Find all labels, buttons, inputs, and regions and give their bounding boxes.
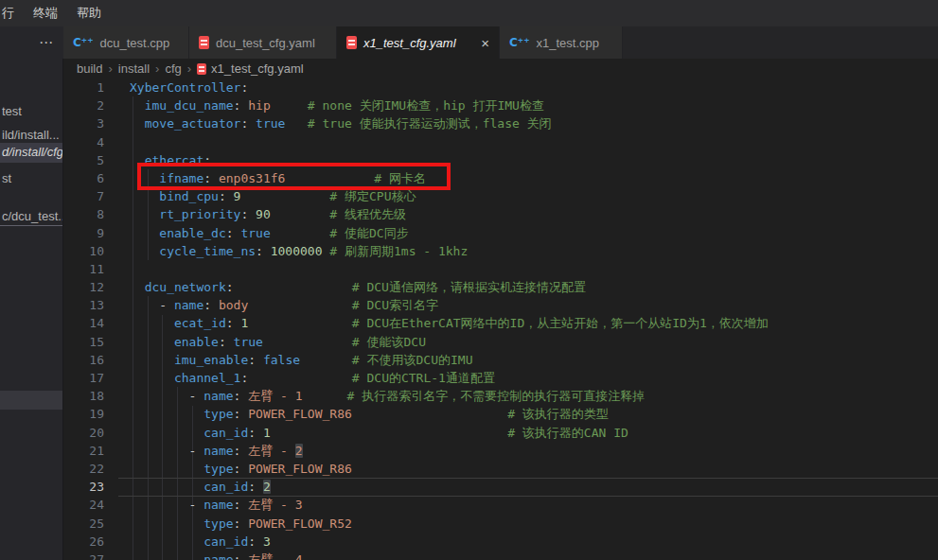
- code-line-text[interactable]: - name: 左臂 - 3: [104, 496, 938, 514]
- code-token: type: [204, 462, 233, 476]
- code-token: -: [130, 298, 174, 312]
- code-line-text[interactable]: [104, 260, 938, 278]
- code-token: ethercat: [145, 153, 204, 167]
- line-number: 17: [63, 369, 104, 387]
- list-item[interactable]: ild/install...: [0, 126, 63, 145]
- code-line-text[interactable]: type: POWER_FLOW_R52: [104, 515, 938, 533]
- code-line-text[interactable]: channel_1: # DCU的CTRL-1通道配置: [104, 369, 938, 387]
- line-number: 26: [63, 533, 104, 551]
- code-token: # DCU在EtherCAT网络中的ID，从主站开始，第一个从站ID为1，依次增…: [352, 316, 769, 330]
- code-line-text[interactable]: can_id: 1 # 该执行器的CAN ID: [104, 424, 938, 442]
- code-line-text[interactable]: imu_dcu_name: hip # none 关闭IMU检查，hip 打开I…: [104, 96, 938, 114]
- code-token: # DCU索引名字: [352, 298, 438, 312]
- code-token: :: [234, 444, 249, 458]
- side-panel: testild/install...d/install/cfgstc/dcu_t…: [0, 59, 63, 560]
- vscode-window: 行终端帮助 ⋯ C⁺⁺dcu_test.cppdcu_test_cfg.yaml…: [0, 0, 938, 560]
- line-number: 11: [63, 260, 104, 278]
- code-token: [352, 407, 507, 421]
- editor[interactable]: 1XyberController:2 imu_dcu_name: hip # n…: [63, 79, 938, 560]
- cpp-file-icon: C⁺⁺: [509, 36, 529, 49]
- code-token: # 该执行器的类型: [507, 407, 609, 421]
- code-line-text[interactable]: bind_cpu: 9 # 绑定CPU核心: [104, 187, 938, 205]
- code-token: -: [130, 444, 204, 458]
- code-line-text[interactable]: XyberController:: [104, 79, 938, 96]
- code-token: true: [256, 116, 285, 131]
- code-token: :: [234, 552, 249, 560]
- code-line-text[interactable]: - name: body # DCU索引名字: [104, 296, 938, 314]
- tab-dcu_test_cfg.yaml[interactable]: dcu_test_cfg.yaml: [189, 26, 337, 59]
- code-line: 10 cycle_time_ns: 1000000 # 刷新周期1ms - 1k…: [63, 242, 938, 260]
- code-line: 12 dcu_network: # DCU通信网络，请根据实机连接情况配置: [63, 278, 938, 296]
- code-line-text[interactable]: rt_priority: 90 # 线程优先级: [104, 205, 938, 223]
- line-number: 21: [63, 442, 104, 460]
- code-token: # 绑定CPU核心: [329, 189, 416, 203]
- tab-x1_test.cpp[interactable]: C⁺⁺x1_test.cpp: [500, 26, 623, 59]
- code-line-text[interactable]: ecat_id: 1 # DCU在EtherCAT网络中的ID，从主站开始，第一…: [104, 314, 938, 332]
- code-token: move_actuator: [145, 116, 241, 131]
- code-token: [130, 335, 174, 349]
- code-line-text[interactable]: - name: 左臂 - 2: [104, 442, 938, 460]
- tab-x1_test_cfg.yaml[interactable]: x1_test_cfg.yaml×: [337, 26, 500, 59]
- code-token: [130, 480, 204, 494]
- list-item[interactable]: [0, 391, 63, 410]
- line-number: 13: [63, 296, 104, 314]
- sidebar-header: ⋯: [0, 26, 63, 59]
- code-token: body: [219, 298, 248, 312]
- tab-dcu_test.cpp[interactable]: C⁺⁺dcu_test.cpp: [63, 26, 189, 59]
- code-line-text[interactable]: - name: 左臂 - 1 # 执行器索引名字，不需要控制的执行器可直接注释掉: [104, 387, 938, 405]
- code-token: [234, 280, 352, 294]
- breadcrumb-file[interactable]: x1_test_cfg.yaml: [197, 61, 304, 76]
- code-token: # 不使用该DCU的IMU: [352, 353, 473, 367]
- code-line-text[interactable]: enable: true # 使能该DCU: [104, 333, 938, 351]
- code-line-text[interactable]: imu_enable: false # 不使用该DCU的IMU: [104, 351, 938, 369]
- line-number: 12: [63, 278, 104, 296]
- code-token: name: [204, 498, 233, 512]
- code-line-text[interactable]: ifname: enp0s31f6 # 网卡名: [104, 169, 938, 187]
- code-line-text[interactable]: cycle_time_ns: 1000000 # 刷新周期1ms - 1khz: [104, 242, 938, 260]
- yaml-file-icon: [346, 36, 357, 49]
- code-token: dcu_network: [145, 280, 226, 294]
- code-line-text[interactable]: - name: 左臂 - 4: [104, 551, 938, 560]
- code-token: 2: [295, 444, 303, 458]
- line-number: 15: [63, 333, 104, 351]
- code-line-text[interactable]: dcu_network: # DCU通信网络，请根据实机连接情况配置: [104, 278, 938, 296]
- code-line: 15 enable: true # 使能该DCU: [63, 333, 938, 351]
- code-line-text[interactable]: [104, 133, 938, 151]
- code-line-text[interactable]: can_id: 2: [104, 478, 938, 496]
- code-token: [130, 353, 174, 367]
- code-token: POWER_FLOW_R52: [248, 516, 352, 531]
- menu-item-0[interactable]: 行: [0, 5, 24, 22]
- code-line: 5 ethercat:: [63, 151, 938, 169]
- code-token: hip: [248, 98, 270, 113]
- code-token: [130, 226, 159, 240]
- code-line-text[interactable]: can_id: 3: [104, 533, 938, 551]
- list-item[interactable]: d/install/cfg: [0, 143, 63, 163]
- line-number: 27: [63, 551, 104, 560]
- code-token: [130, 189, 159, 203]
- code-token: POWER_FLOW_R86: [248, 462, 352, 476]
- code-line-text[interactable]: ethercat:: [104, 151, 938, 169]
- more-actions-icon[interactable]: ⋯: [39, 34, 54, 51]
- code-line-text[interactable]: type: POWER_FLOW_R86 # 该执行器的类型: [104, 405, 938, 423]
- list-item[interactable]: st: [0, 169, 63, 188]
- code-token: name: [204, 444, 233, 458]
- menu-item-2[interactable]: 帮助: [67, 5, 111, 22]
- line-number: 25: [63, 515, 104, 533]
- tab-bar: C⁺⁺dcu_test.cppdcu_test_cfg.yamlx1_test_…: [63, 26, 938, 59]
- breadcrumb-segment[interactable]: cfg: [165, 61, 181, 76]
- code-line-text[interactable]: move_actuator: true # true 使能执行器运动测试，fla…: [104, 114, 938, 132]
- list-item[interactable]: c/dcu_test...: [0, 207, 63, 226]
- code-token: :: [204, 153, 211, 167]
- code-line: 20 can_id: 1 # 该执行器的CAN ID: [63, 424, 938, 442]
- list-item[interactable]: test: [0, 102, 63, 121]
- code-token: name: [204, 389, 233, 403]
- breadcrumb-segment[interactable]: build: [77, 61, 102, 76]
- code-line-text[interactable]: enable_dc: true # 使能DC同步: [104, 224, 938, 242]
- code-token: :: [226, 316, 241, 330]
- code-line-text[interactable]: type: POWER_FLOW_R86: [104, 460, 938, 478]
- tab-label: x1_test.cpp: [536, 36, 599, 50]
- code-token: [240, 189, 329, 203]
- close-tab-icon[interactable]: ×: [481, 36, 489, 50]
- breadcrumb-segment[interactable]: install: [118, 61, 150, 76]
- menu-item-1[interactable]: 终端: [24, 5, 67, 22]
